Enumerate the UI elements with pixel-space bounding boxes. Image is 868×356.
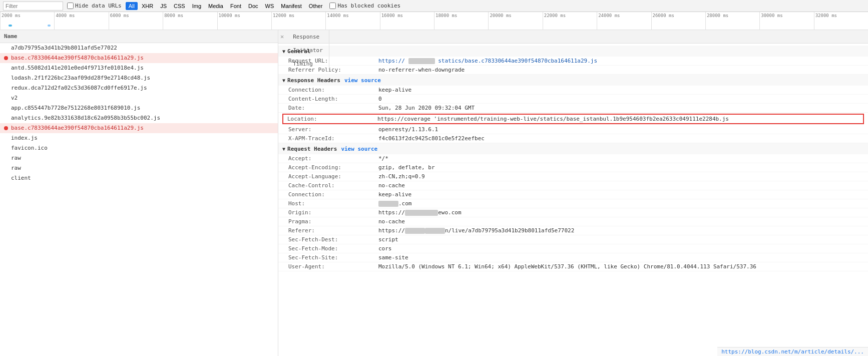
request-header-row: Accept-Encoding:gzip, deflate, br (278, 163, 868, 172)
general-arrow-icon: ▼ (282, 49, 285, 54)
request-headers-arrow-icon: ▼ (282, 146, 285, 152)
timeline-tick: 32000 ms (814, 12, 868, 30)
filter-type-css[interactable]: CSS (171, 2, 188, 10)
redacted-icon (378, 201, 398, 207)
file-name-label: favicon.ico (11, 145, 274, 151)
filter-types: AllXHRJSCSSImgMediaFontDocWSManifestOthe… (126, 2, 326, 10)
timeline-tick: 28000 ms (705, 12, 759, 30)
timeline-tick: 16000 ms (380, 12, 434, 30)
request-header-row: Pragma:no-cache (278, 217, 868, 226)
status-url: https://blog.csdn.net/m/article/details/… (721, 348, 864, 355)
file-item[interactable]: analytics.9e82b331638d18c62a0958b3b55bc0… (0, 113, 278, 123)
timeline-tick: 6000 ms (109, 12, 163, 30)
timeline-tick: 10000 ms (217, 12, 271, 30)
filter-type-media[interactable]: Media (205, 2, 226, 10)
file-name-label: base.c78330644ae390f54870cba164611a29.js (11, 55, 274, 61)
response-headers-section-header[interactable]: ▼ Response Headers view source (278, 75, 868, 86)
filter-type-manifest[interactable]: Manifest (278, 2, 305, 10)
timeline: 2000 ms4000 ms6000 ms8000 ms10000 ms1200… (0, 12, 868, 30)
response-header-name: Date: (288, 105, 378, 111)
request-header-value: same-site (378, 254, 408, 261)
status-dot-icon (4, 156, 8, 160)
file-item[interactable]: raw (0, 163, 278, 173)
filter-type-other[interactable]: Other (306, 2, 326, 10)
status-dot-icon (4, 106, 8, 110)
timeline-tick: 4000 ms (54, 12, 108, 30)
file-item[interactable]: antd.55082d141e201e0ed4f9713fe01018e4.js (0, 63, 278, 73)
response-header-value: 0 (378, 96, 382, 102)
status-dot-icon (4, 166, 8, 170)
timeline-tick: 22000 ms (543, 12, 597, 30)
file-name-label: analytics.9e82b331638d18c62a0958b3b55bc0… (11, 115, 274, 121)
headers-content: ▼ General Request URL: https:// statics/… (278, 44, 868, 273)
request-header-value: keep-alive (378, 191, 411, 198)
general-section-title: General (287, 48, 310, 55)
request-header-value: no-cache (378, 218, 405, 225)
file-list-panel: Name a7db79795a3d41b29b8011afd5e77022bas… (0, 30, 278, 356)
filter-type-ws[interactable]: WS (262, 2, 277, 10)
redacted-icon (405, 228, 425, 234)
response-header-name: Location: (287, 116, 377, 122)
redacted-url-part (408, 58, 435, 64)
request-header-name: Pragma: (288, 218, 378, 225)
filter-type-doc[interactable]: Doc (245, 2, 261, 10)
request-view-source-link[interactable]: view source (341, 146, 377, 152)
request-header-row: Sec-Fetch-Dest:script (278, 235, 868, 244)
tab-bar: ✕ HeadersPreviewResponseInitiatorTiming (278, 30, 868, 44)
request-url-value: https:// statics/base.c78330644ae390f548… (378, 58, 597, 64)
request-header-name: Host: (288, 200, 378, 207)
response-header-row: Connection:keep-alive (278, 86, 868, 95)
file-item[interactable]: raw (0, 153, 278, 163)
request-headers-list: Accept:*/*Accept-Encoding:gzip, deflate,… (278, 154, 868, 271)
timeline-tick: 18000 ms (434, 12, 488, 30)
file-item[interactable]: v2 (0, 93, 278, 103)
request-header-row: Accept:*/* (278, 154, 868, 163)
response-headers-arrow-icon: ▼ (282, 78, 285, 83)
file-item[interactable]: a7db79795a3d41b29b8011afd5e77022 (0, 43, 278, 53)
filter-type-img[interactable]: Img (189, 2, 204, 10)
request-headers-section-header[interactable]: ▼ Request Headers view source (278, 143, 868, 154)
request-header-name: Sec-Fetch-Mode: (288, 245, 378, 252)
file-item[interactable]: index.js (0, 133, 278, 143)
status-bar: https://blog.csdn.net/m/article/details/… (717, 347, 868, 356)
request-header-value: https:// ewo.com (378, 209, 462, 216)
hide-data-urls-checkbox[interactable]: Hide data URLs (67, 3, 122, 9)
status-dot-icon (4, 56, 8, 60)
file-name-label: index.js (11, 135, 274, 141)
status-dot-icon (4, 86, 8, 90)
headers-panel: ✕ HeadersPreviewResponseInitiatorTiming … (278, 30, 868, 356)
request-header-value: zh-CN,zh;q=0.9 (378, 173, 425, 180)
toolbar: Hide data URLs AllXHRJSCSSImgMediaFontDo… (0, 0, 868, 12)
file-item[interactable]: app.c855447b7728e7512268e8031f689010.js (0, 103, 278, 113)
tab-close-icon[interactable]: ✕ (280, 33, 284, 40)
request-header-row: Accept-Language:zh-CN,zh;q=0.9 (278, 172, 868, 181)
filter-type-js[interactable]: JS (157, 2, 170, 10)
request-header-row: Cache-Control:no-cache (278, 181, 868, 190)
status-dot-icon (4, 126, 8, 130)
filter-type-font[interactable]: Font (227, 2, 244, 10)
file-item[interactable]: redux.dca712d2fa02c53d36087cd0ffe6917e.j… (0, 83, 278, 93)
redacted-icon (405, 210, 438, 216)
request-header-name: User-Agent: (288, 263, 378, 270)
response-header-name: X-APM-TraceId: (288, 135, 378, 142)
filter-input[interactable] (3, 2, 63, 11)
file-item[interactable]: lodash.2f1f226bc23aaf09dd28f9e27148cd48.… (0, 73, 278, 83)
file-item[interactable]: client (0, 173, 278, 183)
file-name-label: lodash.2f1f226bc23aaf09dd28f9e27148cd48.… (11, 75, 274, 81)
main-panel: Name a7db79795a3d41b29b8011afd5e77022bas… (0, 30, 868, 356)
response-headers-list: Connection:keep-aliveContent-Length:0Dat… (278, 86, 868, 143)
request-header-name: Referer: (288, 227, 378, 234)
filter-type-all[interactable]: All (126, 2, 138, 10)
timeline-tick: 2000 ms (0, 12, 54, 30)
has-blocked-cookies-checkbox[interactable]: Has blocked cookies (329, 3, 400, 9)
file-item[interactable]: base.c78330644ae390f54870cba164611a29.js (0, 123, 278, 133)
request-url-row: Request URL: https:// statics/base.c7833… (278, 57, 868, 66)
file-item[interactable]: favicon.ico (0, 143, 278, 153)
response-view-source-link[interactable]: view source (344, 77, 381, 84)
filter-type-xhr[interactable]: XHR (139, 2, 156, 10)
file-list-header: Name (0, 30, 278, 43)
file-item[interactable]: base.c78330644ae390f54870cba164611a29.js (0, 53, 278, 63)
tab-response[interactable]: Response (287, 30, 329, 44)
timeline-tick: 20000 ms (488, 12, 542, 30)
general-section-header[interactable]: ▼ General (278, 46, 868, 57)
